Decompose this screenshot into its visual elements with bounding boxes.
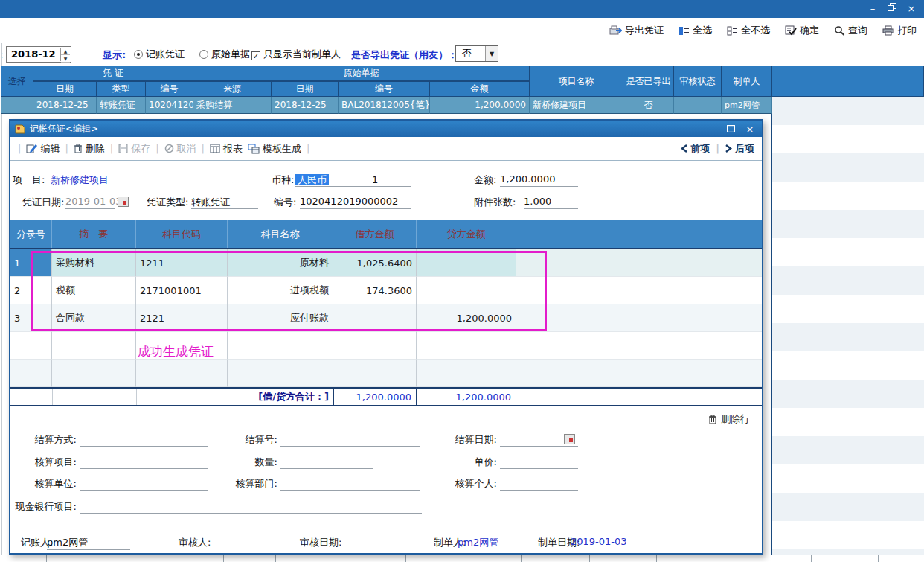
radio-unselected-icon (199, 50, 208, 59)
entry-empty-cell[interactable] (136, 360, 228, 387)
template-icon (248, 144, 260, 154)
col-source: 来源 (193, 81, 272, 97)
entry-empty-cell[interactable] (52, 332, 136, 360)
unit-price-field[interactable] (500, 456, 578, 469)
row-source[interactable]: 采购结算 (193, 97, 272, 114)
currency-field[interactable]: 人民币1 (295, 173, 411, 187)
row-select-cell[interactable] (1, 97, 33, 114)
spinner-arrows-icon[interactable]: ▲▼ (60, 48, 70, 61)
delete-row-button[interactable]: 删除行 (708, 412, 750, 426)
acct-item-label: 核算项目: (26, 456, 77, 469)
currency-value: 人民币 (295, 174, 329, 185)
calendar-icon[interactable] (564, 434, 575, 444)
close-icon[interactable]: × (903, 2, 920, 16)
dialog-maximize-icon[interactable] (723, 124, 738, 135)
background-table-stripes (772, 97, 924, 562)
voucher-number-value[interactable]: 1020412019000002 (300, 196, 411, 209)
template-generate-button[interactable]: 模板生成 (248, 142, 301, 156)
cash-bank-field[interactable] (80, 500, 422, 514)
radio-original[interactable]: 原始单据 (199, 48, 250, 61)
period-value: 2018-12 (11, 48, 56, 60)
row-project[interactable]: 新桥修建项目 (530, 97, 623, 114)
prev-item-button[interactable]: 前项 (681, 142, 710, 156)
row-number[interactable]: 10204120180 (146, 97, 193, 114)
col-voucher-date: 日期 (33, 81, 97, 97)
entry-empty-cell[interactable] (417, 332, 516, 360)
annotation-rectangle (31, 251, 547, 331)
chevron-right-icon (725, 144, 732, 153)
col-project-name: 项目名称 (530, 66, 623, 97)
print-button[interactable]: 打印 (882, 24, 917, 37)
row-type[interactable]: 转账凭证 (97, 97, 146, 114)
amount-value[interactable]: 1,200.0000 (500, 173, 578, 187)
select-all-button[interactable]: 全选 (678, 24, 712, 37)
dialog-footer: 记账人: pm2网管 审核人: 审核日期: 制单人: pm2网管 制单日期: 2… (10, 536, 762, 552)
minimize-icon[interactable]: – (864, 2, 881, 16)
cash-bank-label: 现金银行项目: (10, 500, 77, 514)
row-audit-status[interactable] (674, 97, 722, 114)
entry-empty-cell[interactable] (417, 360, 516, 387)
query-button[interactable]: 查询 (834, 24, 867, 37)
group-voucher: 凭 证 (33, 66, 193, 81)
next-item-button[interactable]: 后项 (725, 142, 754, 156)
acct-unit-field[interactable] (80, 477, 208, 491)
entry-empty-cell[interactable] (10, 332, 52, 360)
calendar-icon[interactable] (118, 197, 129, 207)
attachments-value[interactable]: 1.000 (524, 196, 578, 209)
project-value[interactable]: 新桥修建项目 (51, 173, 109, 187)
row-exported[interactable]: 否 (623, 97, 674, 114)
restore-icon[interactable] (884, 2, 900, 16)
export-voucher-button[interactable]: 导出凭证 (609, 24, 664, 37)
cancel-button[interactable]: 取消 (164, 142, 196, 156)
entry-empty-cell[interactable] (333, 332, 417, 360)
acct-dept-field[interactable] (280, 477, 420, 491)
window-titlebar: – × (0, 0, 924, 18)
total-label: [借/贷方合计：] (228, 389, 333, 405)
period-spinner[interactable]: 2018-12 ▲▼ (6, 46, 71, 63)
bookkeeper-value: pm2网管 (47, 536, 130, 550)
total-debit: 1,200.0000 (333, 389, 417, 405)
confirm-button[interactable]: 确定 (785, 24, 819, 37)
table-divider-line (771, 66, 772, 562)
row-date[interactable]: 2018-12-25 (33, 97, 97, 114)
currency-rate: 1 (372, 174, 378, 185)
entry-empty-cell[interactable] (10, 360, 52, 387)
grid-col-entry-no: 分录号 (10, 220, 52, 248)
acct-person-field[interactable] (500, 477, 578, 491)
grid-col-account-name: 科目名称 (228, 220, 333, 248)
voucher-date-value[interactable]: 2019-01-03 (65, 196, 115, 209)
dialog-minimize-icon[interactable]: – (704, 124, 719, 135)
select-none-button[interactable]: 全不选 (727, 24, 770, 37)
document-icon (15, 124, 25, 134)
acct-dept-label: 核算部门: (231, 477, 277, 491)
export-dropdown[interactable]: 否 ▼ (455, 45, 498, 62)
current-creator-checkbox[interactable]: ✓只显示当前制单人 (251, 48, 341, 61)
acct-item-field[interactable] (80, 456, 208, 469)
entry-empty-cell[interactable] (52, 360, 136, 387)
grid-col-account-code: 科目代码 (136, 220, 228, 248)
row-creator[interactable]: pm2网管 (722, 97, 772, 114)
save-button[interactable]: 保存 (118, 142, 150, 156)
dialog-title: 记帐凭证<编辑> (30, 123, 98, 135)
quantity-field[interactable] (280, 456, 373, 469)
entry-empty-cell[interactable] (228, 360, 333, 387)
grid-col-credit: 贷方金额 (417, 220, 516, 248)
entry-empty-cell[interactable] (333, 360, 417, 387)
export-voucher-icon (609, 25, 622, 36)
col-exported: 是否已导出 (623, 66, 674, 97)
delete-button[interactable]: 删除 (74, 142, 105, 156)
row-amount[interactable]: 1,200.0000 (430, 97, 530, 114)
voucher-type-value[interactable]: 转账凭证 (191, 196, 258, 209)
radio-voucher[interactable]: 记账凭证 (134, 48, 185, 61)
entry-empty-cell[interactable] (228, 332, 333, 360)
settle-method-field[interactable] (80, 433, 208, 447)
row-original-number[interactable]: BAL201812005{笔} (339, 97, 430, 114)
grid-col-summary: 摘 要 (52, 220, 136, 248)
group-original-doc: 原始单据 (193, 66, 530, 81)
edit-button[interactable]: 编辑 (26, 142, 60, 156)
settle-number-field[interactable] (280, 433, 420, 447)
report-button[interactable]: 报表 (210, 142, 243, 156)
row-original-date[interactable]: 2018-12-25 (272, 97, 339, 114)
display-label: 显示: (103, 48, 126, 62)
dialog-close-icon[interactable]: × (742, 124, 757, 135)
